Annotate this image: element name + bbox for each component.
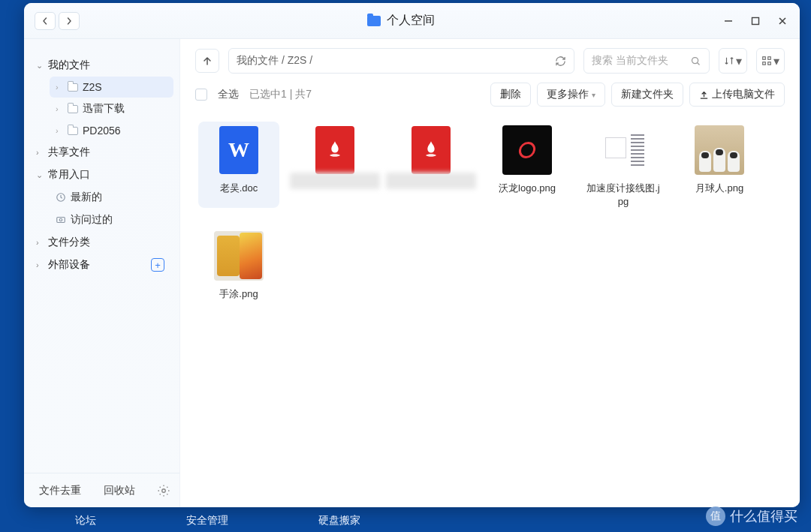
sort-button[interactable]: ▾ bbox=[719, 48, 747, 74]
search-input[interactable]: 搜索 当前文件夹 bbox=[583, 48, 710, 74]
sidebar-group-label: 共享文件 bbox=[48, 146, 90, 159]
chevron-icon: › bbox=[56, 104, 63, 113]
sidebar-group-label: 我的文件 bbox=[48, 59, 90, 72]
nav-group bbox=[35, 12, 80, 30]
sidebar-group-label: 文件分类 bbox=[48, 236, 90, 249]
titlebar: 个人空间 bbox=[24, 3, 800, 39]
sidebar-item-访问过的[interactable]: 访问过的 bbox=[50, 209, 173, 231]
chevron-icon: › bbox=[56, 126, 63, 135]
sidebar-item-label: 迅雷下载 bbox=[83, 102, 125, 116]
file-thumbnail: W bbox=[213, 125, 264, 176]
sidebar-group-常用入口[interactable]: ⌄常用入口 bbox=[30, 164, 173, 186]
close-button[interactable] bbox=[776, 14, 789, 28]
file-thumbnail bbox=[213, 230, 264, 281]
select-all-label: 全选 bbox=[218, 88, 239, 101]
nav-back-button[interactable] bbox=[35, 12, 56, 30]
sidebar-item-label: 最新的 bbox=[71, 191, 102, 204]
select-all-checkbox[interactable] bbox=[195, 89, 207, 101]
file-item[interactable]: 加速度计接线图.jpg bbox=[583, 122, 664, 208]
sidebar-item-PD2056[interactable]: ›PD2056 bbox=[50, 120, 173, 141]
sidebar-item-label: 访问过的 bbox=[71, 213, 113, 227]
search-placeholder: 搜索 当前文件夹 bbox=[592, 54, 668, 68]
refresh-icon[interactable] bbox=[555, 56, 566, 67]
file-item[interactable]: W老吴.doc bbox=[198, 122, 279, 208]
sidebar-item-Z2S[interactable]: ›Z2S bbox=[50, 77, 173, 98]
sidebar-item-label: Z2S bbox=[83, 81, 102, 93]
sidebar: ⌄我的文件›Z2S›迅雷下载›PD2056›共享文件⌄常用入口最新的访问过的›文… bbox=[24, 39, 180, 507]
svg-rect-8 bbox=[763, 57, 766, 60]
dock-item[interactable]: 硬盘搬家 bbox=[318, 514, 360, 527]
sidebar-group-文件分类[interactable]: ›文件分类 bbox=[30, 231, 173, 254]
file-item[interactable]: 沃龙logo.png bbox=[487, 122, 568, 208]
more-actions-button[interactable]: 更多操作▾ bbox=[537, 83, 605, 107]
add-device-button[interactable]: + bbox=[151, 258, 164, 272]
file-name: 月球人.png bbox=[695, 182, 743, 195]
watermark-text: 什么值得买 bbox=[730, 507, 797, 525]
watermark: 值 什么值得买 bbox=[706, 506, 797, 526]
trash-button[interactable]: 回收站 bbox=[96, 481, 143, 500]
search-icon bbox=[690, 56, 701, 67]
sidebar-footer: 文件去重 回收站 bbox=[24, 473, 179, 507]
folder-icon bbox=[68, 105, 78, 113]
sidebar-group-共享文件[interactable]: ›共享文件 bbox=[30, 141, 173, 164]
svg-rect-3 bbox=[57, 218, 65, 223]
upload-icon bbox=[699, 90, 709, 100]
file-thumbnail bbox=[502, 125, 553, 176]
file-thumbnail bbox=[598, 125, 649, 176]
dock-item[interactable]: 安全管理 bbox=[186, 514, 228, 527]
file-item[interactable]: 漫云 bbox=[390, 122, 472, 208]
svg-rect-9 bbox=[768, 57, 771, 60]
chevron-icon: › bbox=[36, 238, 45, 247]
chevron-icon: ⌄ bbox=[36, 61, 45, 71]
sidebar-group-我的文件[interactable]: ⌄我的文件 bbox=[30, 54, 173, 77]
window-title: 个人空间 bbox=[387, 13, 435, 29]
folder-icon bbox=[367, 16, 381, 26]
main-pane: 我的文件 / Z2S / 搜索 当前文件夹 ▾ ▾ bbox=[180, 39, 800, 507]
sidebar-group-label: 常用入口 bbox=[48, 168, 90, 182]
sidebar-item-最新的[interactable]: 最新的 bbox=[50, 186, 173, 209]
file-manager-window: 个人空间 ⌄我的文件›Z2S›迅雷下载›PD2056›共享文件⌄常用入口最新的访… bbox=[24, 3, 800, 507]
dedupe-button[interactable]: 文件去重 bbox=[32, 481, 89, 500]
file-name: 沃龙logo.png bbox=[499, 182, 556, 195]
camera-icon bbox=[56, 215, 66, 225]
file-thumbnail bbox=[694, 125, 745, 176]
minimize-button[interactable] bbox=[722, 14, 735, 28]
breadcrumb-path[interactable]: 我的文件 / Z2S / bbox=[228, 48, 574, 74]
sidebar-group-label: 外部设备 bbox=[48, 258, 90, 272]
maximize-button[interactable] bbox=[749, 14, 762, 28]
dock-hints: 论坛 安全管理 硬盘搬家 bbox=[0, 514, 811, 527]
svg-point-5 bbox=[162, 488, 166, 492]
file-name: 手涂.png bbox=[219, 287, 258, 301]
svg-rect-11 bbox=[768, 62, 771, 65]
sidebar-item-迅雷下载[interactable]: ›迅雷下载 bbox=[50, 98, 173, 120]
file-item[interactable]: 月球人.png bbox=[679, 122, 760, 208]
view-mode-button[interactable]: ▾ bbox=[756, 48, 785, 74]
svg-rect-10 bbox=[763, 62, 766, 65]
folder-icon bbox=[68, 83, 78, 92]
file-thumbnail bbox=[406, 125, 457, 176]
chevron-icon: ⌄ bbox=[36, 170, 45, 180]
file-thumbnail bbox=[309, 125, 360, 176]
go-up-button[interactable] bbox=[195, 49, 219, 73]
file-item[interactable]: 手涂.png bbox=[198, 227, 279, 301]
upload-button[interactable]: 上传电脑文件 bbox=[689, 83, 785, 107]
clock-icon bbox=[56, 192, 66, 203]
dock-item[interactable]: 论坛 bbox=[75, 514, 96, 527]
delete-button[interactable]: 删除 bbox=[490, 83, 531, 107]
file-grid: W老吴.doc漫云漫云沃龙logo.png加速度计接线图.jpg月球人.png手… bbox=[180, 116, 800, 507]
file-item[interactable]: 漫云 bbox=[294, 122, 375, 208]
chevron-icon: › bbox=[56, 83, 63, 92]
new-folder-button[interactable]: 新建文件夹 bbox=[611, 83, 683, 107]
svg-point-4 bbox=[59, 218, 62, 221]
watermark-badge: 值 bbox=[706, 506, 725, 526]
sidebar-group-外部设备[interactable]: ›外部设备+ bbox=[30, 254, 173, 276]
nav-forward-button[interactable] bbox=[59, 12, 80, 30]
sidebar-item-label: PD2056 bbox=[83, 125, 121, 137]
svg-line-7 bbox=[698, 62, 700, 65]
chevron-icon: › bbox=[36, 148, 45, 157]
selection-info: 已选中1 | 共7 bbox=[249, 88, 312, 101]
svg-point-6 bbox=[692, 57, 698, 63]
file-name: 老吴.doc bbox=[220, 182, 258, 195]
folder-icon bbox=[68, 127, 78, 135]
settings-gear-icon[interactable] bbox=[155, 482, 172, 499]
